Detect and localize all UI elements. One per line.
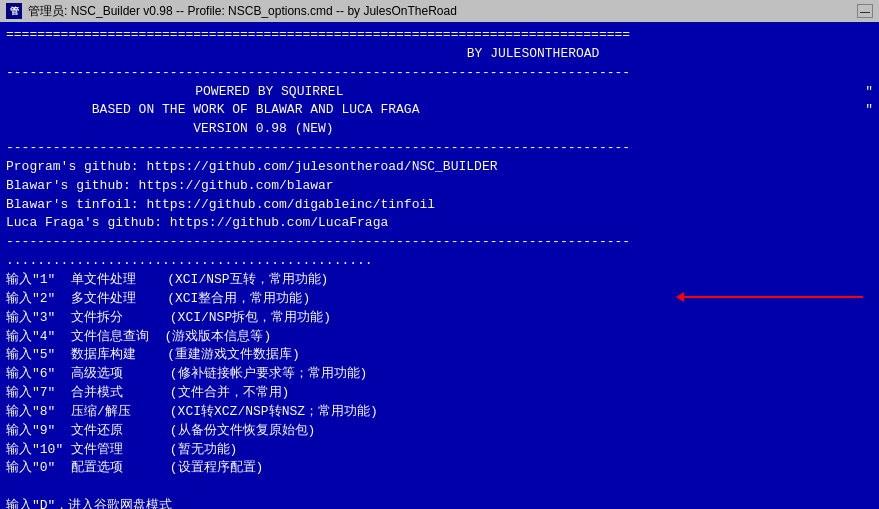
menu-1: 输入"1" 单文件处理 (XCI/NSP互转，常用功能) — [6, 271, 873, 290]
window-title: 管理员: NSC_Builder v0.98 -- Profile: NSCB_… — [28, 3, 457, 20]
github-program: Program's github: https://github.com/jul… — [6, 158, 873, 177]
github-blawar: Blawar's github: https://github.com/blaw… — [6, 177, 873, 196]
menu-0: 输入"0" 配置选项 (设置程序配置) — [6, 459, 873, 478]
by-line: BY JULESONTHEROAD — [6, 45, 873, 64]
menu-3: 输入"3" 文件拆分 (XCI/NSP拆包，常用功能) — [6, 309, 873, 328]
separator-dash-2: ----------------------------------------… — [6, 139, 873, 158]
app-icon: 管 — [6, 3, 22, 19]
separator-top: ========================================… — [6, 26, 873, 45]
github-luca: Luca Fraga's github: https://github.com/… — [6, 214, 873, 233]
arrow-line — [683, 296, 863, 298]
based-line: BASED ON THE WORK OF BLAWAR AND LUCA FRA… — [6, 101, 873, 120]
menu-9: 输入"9" 文件还原 (从备份文件恢复原始包) — [6, 422, 873, 441]
minimize-button[interactable]: — — [857, 4, 873, 18]
menu-7: 输入"7" 合并模式 (文件合并，不常用) — [6, 384, 873, 403]
menu-10: 输入"10" 文件管理 (暂无功能) — [6, 441, 873, 460]
menu-4: 输入"4" 文件信息查询 (游戏版本信息等) — [6, 328, 873, 347]
dots-line: ........................................… — [6, 252, 873, 271]
github-tinfoil: Blawar's tinfoil: https://github.com/dig… — [6, 196, 873, 215]
title-bar-left: 管 管理员: NSC_Builder v0.98 -- Profile: NSC… — [6, 3, 457, 20]
menu-2-container: 输入"2" 多文件处理 (XCI整合用，常用功能) — [6, 290, 873, 309]
powered-line: POWERED BY SQUIRREL " — [6, 83, 873, 102]
terminal: ========================================… — [0, 22, 879, 509]
title-bar: 管 管理员: NSC_Builder v0.98 -- Profile: NSC… — [0, 0, 879, 22]
blank-1 — [6, 478, 873, 497]
menu-8: 输入"8" 压缩/解压 (XCI转XCZ/NSP转NSZ；常用功能) — [6, 403, 873, 422]
red-arrow — [676, 292, 863, 302]
menu-6: 输入"6" 高级选项 (修补链接帐户要求等；常用功能) — [6, 365, 873, 384]
separator-dash-1: ----------------------------------------… — [6, 64, 873, 83]
version-line: VERSION 0.98 (NEW) — [6, 120, 873, 139]
google-mode: 输入"D"，进入谷歌网盘模式 — [6, 497, 873, 509]
separator-dash-3: ----------------------------------------… — [6, 233, 873, 252]
title-bar-right: — — [857, 4, 873, 18]
menu-5: 输入"5" 数据库构建 (重建游戏文件数据库) — [6, 346, 873, 365]
